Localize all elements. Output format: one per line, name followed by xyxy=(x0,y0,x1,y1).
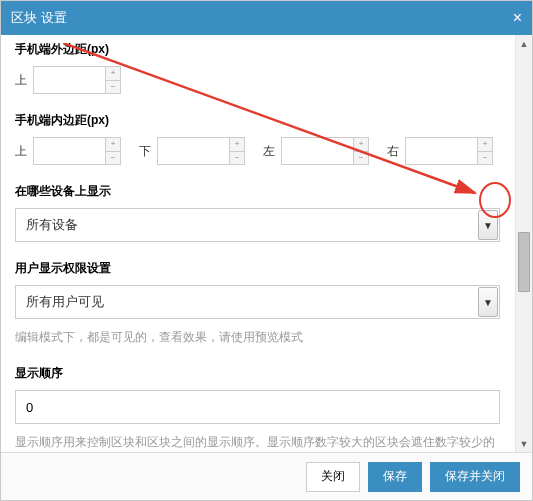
padding-bottom-input[interactable]: +− xyxy=(157,137,245,165)
label-devices: 在哪些设备上显示 xyxy=(15,183,500,200)
label-bottom: 下 xyxy=(139,143,153,160)
padding-right-field[interactable] xyxy=(405,137,477,165)
row-mobile-padding: 上 +− 下 +− 左 +− xyxy=(15,137,500,165)
devices-select[interactable]: 所有设备 ▼ xyxy=(15,208,500,242)
spin-down[interactable]: − xyxy=(105,151,121,166)
spin-up[interactable]: + xyxy=(105,137,121,151)
spin-up[interactable]: + xyxy=(105,66,121,80)
padding-left-input[interactable]: +− xyxy=(281,137,369,165)
scrollbar[interactable]: ▲ ▼ xyxy=(515,35,532,452)
chevron-down-icon[interactable]: ▼ xyxy=(478,210,498,240)
label-right: 右 xyxy=(387,143,401,160)
permission-hint: 编辑模式下，都是可见的，查看效果，请使用预览模式 xyxy=(15,327,500,347)
spin-down[interactable]: − xyxy=(477,151,493,166)
spin-down[interactable]: − xyxy=(353,151,369,166)
spin-up[interactable]: + xyxy=(477,137,493,151)
order-hint: 显示顺序用来控制区块和区块之间的显示顺序。显示顺序数字较大的区块会遮住数字较少的… xyxy=(15,432,500,452)
scroll-down-icon[interactable]: ▼ xyxy=(516,435,532,452)
chevron-down-icon[interactable]: ▼ xyxy=(478,287,498,317)
padding-right-input[interactable]: +− xyxy=(405,137,493,165)
save-close-button[interactable]: 保存并关闭 xyxy=(430,462,520,492)
label-top: 上 xyxy=(15,143,29,160)
save-button[interactable]: 保存 xyxy=(368,462,422,492)
spin-down[interactable]: − xyxy=(105,80,121,95)
label-top: 上 xyxy=(15,72,29,89)
label-permission: 用户显示权限设置 xyxy=(15,260,500,277)
modal-body: 手机端外边距(px) 上 +− 手机端内边距(px) 上 +− xyxy=(1,35,532,452)
block-settings-modal: 区块 设置 × 手机端外边距(px) 上 +− 手机端内边距(px) 上 xyxy=(0,0,533,501)
close-button[interactable]: 关闭 xyxy=(306,462,360,492)
permission-selected: 所有用户可见 xyxy=(26,293,104,311)
modal-header: 区块 设置 × xyxy=(1,1,532,35)
scroll-thumb[interactable] xyxy=(518,232,530,292)
label-left: 左 xyxy=(263,143,277,160)
modal-footer: 关闭 保存 保存并关闭 xyxy=(1,452,532,500)
row-mobile-margin: 上 +− xyxy=(15,66,500,94)
label-mobile-margin: 手机端外边距(px) xyxy=(15,41,500,58)
scroll-content: 手机端外边距(px) 上 +− 手机端内边距(px) 上 +− xyxy=(1,35,514,452)
padding-left-field[interactable] xyxy=(281,137,353,165)
margin-top-field[interactable] xyxy=(33,66,105,94)
modal-title: 区块 设置 xyxy=(11,9,67,27)
spin-up[interactable]: + xyxy=(229,137,245,151)
margin-top-input[interactable]: +− xyxy=(33,66,121,94)
order-input[interactable] xyxy=(15,390,500,424)
permission-select[interactable]: 所有用户可见 ▼ xyxy=(15,285,500,319)
padding-top-field[interactable] xyxy=(33,137,105,165)
scroll-up-icon[interactable]: ▲ xyxy=(516,35,532,52)
spin-down[interactable]: − xyxy=(229,151,245,166)
padding-bottom-field[interactable] xyxy=(157,137,229,165)
label-mobile-padding: 手机端内边距(px) xyxy=(15,112,500,129)
close-icon[interactable]: × xyxy=(513,10,522,26)
padding-top-input[interactable]: +− xyxy=(33,137,121,165)
spin-up[interactable]: + xyxy=(353,137,369,151)
scroll-track[interactable] xyxy=(516,52,532,435)
label-order: 显示顺序 xyxy=(15,365,500,382)
devices-selected: 所有设备 xyxy=(26,216,78,234)
